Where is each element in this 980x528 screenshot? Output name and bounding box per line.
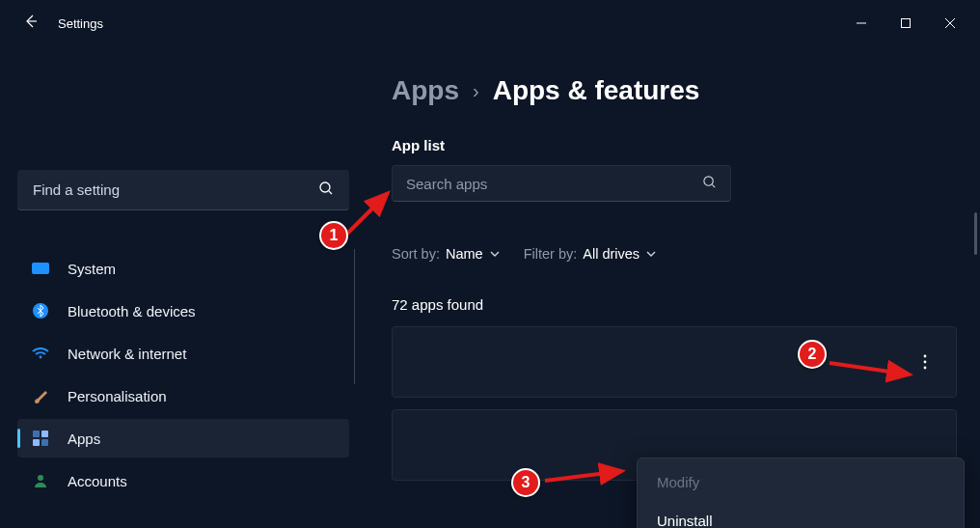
sidebar-item-label: Accounts — [68, 473, 127, 489]
svg-point-7 — [924, 367, 927, 370]
svg-point-6 — [924, 361, 927, 364]
context-menu-uninstall[interactable]: Uninstall — [641, 501, 960, 528]
svg-point-1 — [320, 182, 330, 192]
sidebar-item-system[interactable]: System — [17, 249, 349, 288]
sort-label: Sort by: — [392, 246, 440, 262]
search-icon — [702, 175, 717, 193]
breadcrumb-current: Apps & features — [493, 75, 700, 106]
sidebar-item-label: Apps — [68, 431, 100, 447]
sidebar-item-label: Network & internet — [68, 346, 186, 362]
sidebar-item-bluetooth[interactable]: Bluetooth & devices — [17, 292, 349, 330]
app-row[interactable] — [392, 326, 957, 398]
window-title: Settings — [58, 16, 103, 31]
svg-point-3 — [38, 475, 43, 481]
sort-value: Name — [446, 246, 483, 262]
context-menu-label: Uninstall — [657, 513, 713, 529]
svg-point-4 — [704, 176, 713, 184]
find-setting-input[interactable]: Find a setting — [17, 170, 349, 210]
sidebar-item-label: System — [68, 261, 116, 277]
sidebar-item-personalisation[interactable]: Personalisation — [17, 376, 349, 415]
titlebar: Settings — [0, 0, 980, 46]
minimize-button[interactable] — [839, 8, 884, 39]
nav-list: System Bluetooth & devices Network & int… — [17, 249, 349, 500]
context-menu-label: Modify — [657, 474, 699, 490]
sidebar-item-label: Personalisation — [68, 388, 167, 404]
main-content: Apps › Apps & features App list Search a… — [357, 46, 980, 528]
chevron-down-icon — [489, 248, 501, 260]
back-icon[interactable] — [23, 14, 39, 33]
apps-icon — [31, 429, 50, 448]
section-label: App list — [392, 137, 957, 153]
svg-point-5 — [924, 355, 927, 358]
sidebar-item-apps[interactable]: Apps — [17, 419, 349, 458]
find-setting-placeholder: Find a setting — [33, 181, 120, 198]
kebab-icon — [923, 354, 927, 370]
app-context-menu: Modify Uninstall — [637, 458, 965, 528]
scrollbar-thumb[interactable] — [974, 212, 977, 255]
account-icon — [31, 471, 50, 490]
search-apps-placeholder: Search apps — [406, 176, 487, 192]
sort-by-dropdown[interactable]: Sort by: Name — [392, 246, 501, 262]
sidebar-item-network[interactable]: Network & internet — [17, 334, 349, 373]
breadcrumb-parent[interactable]: Apps — [392, 75, 459, 106]
svg-rect-0 — [902, 19, 911, 28]
search-apps-input[interactable]: Search apps — [392, 165, 731, 202]
breadcrumb: Apps › Apps & features — [392, 75, 957, 106]
apps-count: 72 apps found — [392, 296, 957, 313]
search-icon — [318, 181, 334, 200]
sidebar-item-label: Bluetooth & devices — [68, 303, 196, 320]
svg-point-2 — [40, 356, 42, 359]
bluetooth-icon — [31, 301, 50, 320]
context-menu-modify: Modify — [641, 462, 960, 501]
close-button[interactable] — [928, 8, 972, 39]
filter-by-dropdown[interactable]: Filter by: All drives — [524, 246, 657, 262]
maximize-button[interactable] — [884, 8, 928, 39]
brush-icon — [31, 386, 50, 405]
chevron-down-icon — [645, 248, 657, 260]
wifi-icon — [31, 344, 50, 363]
sidebar-divider — [354, 249, 355, 384]
sidebar: Find a setting System Bluetooth & device… — [0, 46, 357, 528]
filter-value: All drives — [583, 246, 640, 262]
monitor-icon — [31, 259, 50, 278]
sidebar-item-accounts[interactable]: Accounts — [17, 461, 349, 500]
app-more-button[interactable] — [915, 348, 935, 375]
chevron-right-icon: › — [473, 80, 479, 102]
filter-label: Filter by: — [524, 246, 578, 262]
